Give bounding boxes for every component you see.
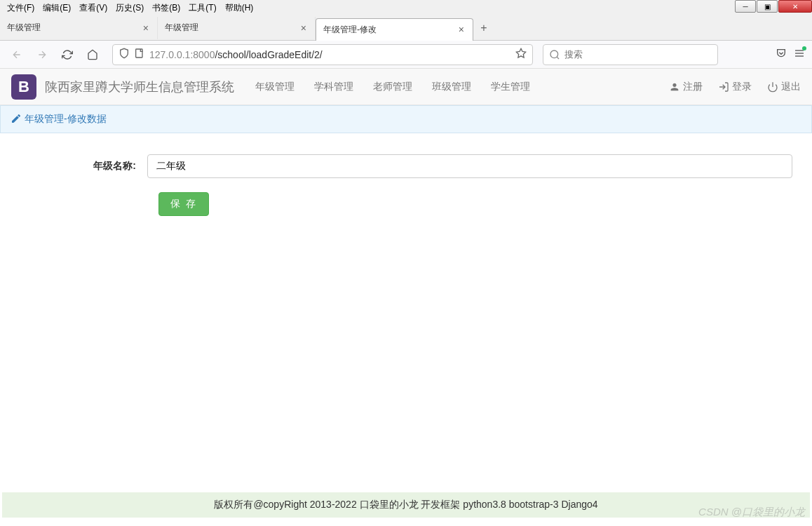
- copyright-text: 版权所有@copyRight 2013-2022 口袋里的小龙 开发框架 pyt…: [214, 499, 597, 511]
- grade-name-label: 年级名称:: [14, 160, 147, 173]
- menu-bookmarks[interactable]: 书签(B): [148, 1, 184, 15]
- nav-teacher[interactable]: 老师管理: [373, 81, 412, 93]
- page-navbar: B 陕西家里蹲大学师生信息管理系统 年级管理 学科管理 老师管理 班级管理 学生…: [0, 69, 812, 105]
- url-box[interactable]: 127.0.0.1:8000/school/loadGradeEdit/2/: [112, 44, 533, 65]
- nav-grade[interactable]: 年级管理: [255, 81, 295, 93]
- menu-help[interactable]: 帮助(H): [221, 1, 258, 15]
- close-tab-icon[interactable]: ×: [299, 22, 308, 34]
- menu-file[interactable]: 文件(F): [3, 1, 39, 15]
- brand-logo[interactable]: B: [11, 74, 36, 100]
- menu-edit[interactable]: 编辑(E): [39, 1, 75, 15]
- search-box[interactable]: [543, 44, 718, 65]
- login-icon: [718, 81, 729, 93]
- tab-title: 年级管理: [165, 22, 299, 34]
- pocket-icon[interactable]: [776, 48, 787, 61]
- nav-links: 年级管理 学科管理 老师管理 班级管理 学生管理: [255, 81, 530, 93]
- right-nav: 注册 登录 退出: [669, 81, 801, 93]
- minimize-button[interactable]: ─: [735, 0, 756, 13]
- tab-title: 年级管理: [7, 22, 142, 34]
- watermark: CSDN @口袋里的小龙: [698, 506, 805, 519]
- page-icon[interactable]: [134, 48, 145, 61]
- close-window-button[interactable]: ✕: [778, 0, 812, 13]
- search-icon: [549, 49, 560, 60]
- back-button[interactable]: [7, 45, 27, 65]
- nav-class[interactable]: 班级管理: [432, 81, 471, 93]
- forward-button[interactable]: [32, 45, 52, 65]
- nav-student[interactable]: 学生管理: [491, 81, 530, 93]
- home-button[interactable]: [83, 45, 102, 65]
- grade-name-input[interactable]: [147, 154, 792, 178]
- arrow-right-icon: [36, 49, 48, 60]
- tab-bar: 年级管理 × 年级管理 × 年级管理-修改 × +: [0, 15, 812, 41]
- shield-icon[interactable]: [119, 48, 130, 61]
- tab-2[interactable]: 年级管理 ×: [158, 17, 316, 39]
- svg-rect-0: [136, 49, 142, 58]
- menu-view[interactable]: 查看(V): [75, 1, 111, 15]
- pencil-icon: [11, 113, 22, 126]
- breadcrumb: 年级管理-修改数据: [0, 105, 812, 133]
- close-tab-icon[interactable]: ×: [457, 24, 466, 35]
- home-icon: [87, 49, 98, 60]
- save-button[interactable]: 保 存: [158, 192, 209, 216]
- svg-point-2: [550, 50, 558, 58]
- form-area: 年级名称: 保 存: [0, 133, 812, 237]
- search-input[interactable]: [564, 49, 712, 60]
- breadcrumb-text: 年级管理-修改数据: [25, 113, 107, 126]
- user-icon: [669, 81, 680, 93]
- logout-link[interactable]: 退出: [767, 81, 801, 93]
- menu-tools[interactable]: 工具(T): [184, 1, 220, 15]
- arrow-left-icon: [11, 49, 22, 60]
- window-controls: ─ ▣ ✕: [734, 0, 812, 14]
- login-link[interactable]: 登录: [718, 81, 752, 93]
- tab-title: 年级管理-修改: [323, 24, 457, 36]
- menu-icon[interactable]: [794, 48, 805, 61]
- reload-icon: [62, 49, 73, 60]
- tab-1[interactable]: 年级管理 ×: [0, 17, 158, 39]
- nav-subject[interactable]: 学科管理: [314, 81, 353, 93]
- menu-history[interactable]: 历史(S): [111, 1, 148, 15]
- bookmark-star-icon[interactable]: [515, 48, 527, 61]
- footer: 版权所有@copyRight 2013-2022 口袋里的小龙 开发框架 pyt…: [2, 492, 810, 518]
- reload-button[interactable]: [57, 45, 77, 65]
- menu-bar: 文件(F) 编辑(E) 查看(V) 历史(S) 书签(B) 工具(T) 帮助(H…: [0, 0, 812, 15]
- brand-text: 陕西家里蹲大学师生信息管理系统: [45, 79, 234, 95]
- tab-3-active[interactable]: 年级管理-修改 ×: [316, 18, 473, 41]
- register-link[interactable]: 注册: [669, 81, 703, 93]
- close-tab-icon[interactable]: ×: [142, 22, 150, 34]
- url-text: 127.0.0.1:8000/school/loadGradeEdit/2/: [149, 49, 323, 60]
- address-bar: 127.0.0.1:8000/school/loadGradeEdit/2/: [0, 41, 812, 69]
- svg-marker-1: [516, 48, 525, 58]
- maximize-button[interactable]: ▣: [757, 0, 778, 13]
- power-icon: [767, 81, 778, 93]
- new-tab-button[interactable]: +: [473, 22, 494, 34]
